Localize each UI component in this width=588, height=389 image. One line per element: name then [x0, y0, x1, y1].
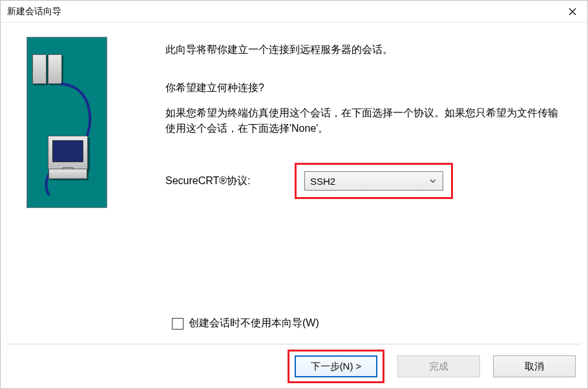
- skip-wizard-label: 创建会话时不使用本向导(W): [189, 317, 319, 330]
- finish-button: 完成: [397, 355, 480, 377]
- finish-button-label: 完成: [429, 361, 448, 373]
- titlebar: 新建会话向导: [1, 1, 587, 23]
- intro-text: 此向导将帮你建立一个连接到远程服务器的会话。: [165, 42, 562, 58]
- question-text: 你希望建立何种连接?: [165, 80, 562, 96]
- protocol-value: SSH2: [310, 176, 335, 187]
- close-icon: [569, 8, 576, 16]
- next-button-label: 下一步(N) >: [311, 361, 362, 373]
- protocol-row: SecureCRT®协议: SSH2: [165, 163, 562, 199]
- cable-icon: [27, 37, 107, 208]
- wizard-text-pane: 此向导将帮你建立一个连接到远程服务器的会话。 你希望建立何种连接? 如果您希望为…: [165, 34, 562, 199]
- chevron-down-icon: [430, 178, 436, 184]
- wizard-footer: 下一步(N) > 完成 取消: [1, 344, 587, 388]
- cancel-button-label: 取消: [525, 361, 544, 373]
- monitor-icon: [48, 136, 88, 169]
- wizard-content: 此向导将帮你建立一个连接到远程服务器的会话。 你希望建立何种连接? 如果您希望为…: [1, 23, 587, 343]
- protocol-select[interactable]: SSH2: [304, 171, 443, 191]
- wizard-graphic: [26, 37, 107, 208]
- highlight-next: 下一步(N) >: [288, 350, 384, 383]
- cancel-button[interactable]: 取消: [493, 355, 576, 377]
- skip-wizard-checkbox-row[interactable]: 创建会话时不使用本向导(W): [172, 317, 319, 330]
- next-button[interactable]: 下一步(N) >: [295, 355, 377, 377]
- highlight-protocol: SSH2: [295, 163, 453, 199]
- close-button[interactable]: [558, 1, 587, 23]
- protocol-label: SecureCRT®协议:: [165, 174, 295, 188]
- window-title: 新建会话向导: [7, 6, 61, 17]
- checkbox-icon[interactable]: [172, 318, 184, 330]
- hint-text: 如果您希望为终端仿真使用这个会话，在下面选择一个协议。如果您只希望为文件传输使用…: [165, 105, 562, 138]
